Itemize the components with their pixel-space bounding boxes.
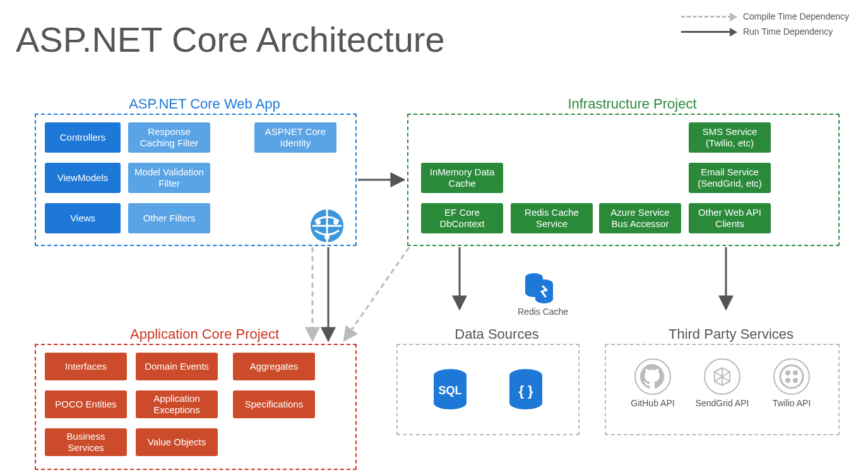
page-title: ASP.NET Core Architecture [16, 19, 445, 60]
redis-cache-label: Redis Cache [518, 307, 568, 317]
github-label: GitHub API [631, 398, 674, 408]
group-datasources-title: Data Sources [407, 326, 587, 343]
redis-cache-icon [524, 271, 554, 307]
box-azure-servicebus: Azure Service Bus Accessor [599, 203, 681, 233]
svg-point-22 [785, 370, 790, 375]
box-model-validation-filter: Model Validation Filter [128, 163, 210, 193]
svg-point-2 [333, 220, 338, 225]
box-poco-entities: POCO Entities [45, 390, 127, 418]
box-inmemory-cache: InMemory Data Cache [421, 163, 503, 193]
svg-text:SQL: SQL [439, 384, 462, 397]
box-other-webapi-clients: Other Web API Clients [689, 203, 771, 233]
thirdparty-twilio: Twilio API [760, 358, 823, 408]
box-sms-service: SMS Service (Twilio, etc) [689, 122, 771, 153]
legend-compile-label: Compile Time Dependency [743, 11, 849, 21]
box-other-filters: Other Filters [128, 203, 210, 233]
box-app-exceptions: Application Exceptions [136, 390, 218, 418]
twilio-icon [773, 358, 811, 396]
legend-compile-row: Compile Time Dependency [681, 11, 849, 21]
svg-point-21 [780, 365, 803, 388]
legend: Compile Time Dependency Run Time Depende… [681, 11, 849, 42]
svg-point-24 [785, 378, 790, 383]
svg-point-16 [509, 397, 542, 409]
box-domain-events: Domain Events [136, 353, 218, 380]
group-webapp-title: ASP.NET Core Web App [45, 96, 364, 112]
svg-point-23 [793, 370, 798, 375]
box-interfaces: Interfaces [45, 353, 127, 380]
compile-dependency-arrow-icon [681, 16, 732, 18]
group-webapp: ASP.NET Core Web App Controllers Respons… [35, 114, 357, 246]
box-aspnet-identity: ASPNET Core Identity [254, 122, 336, 153]
github-icon [634, 358, 672, 396]
webapp-globe-icon [309, 208, 345, 243]
box-business-services: Business Services [45, 428, 127, 456]
thirdparty-github: GitHub API [621, 358, 684, 408]
group-appcore-title: Application Core Project [45, 326, 364, 343]
box-aggregates: Aggregates [233, 353, 315, 380]
datasource-sql: SQL [419, 371, 482, 409]
thirdparty-sendgrid: SendGrid API [691, 358, 754, 408]
svg-text:{ }: { } [518, 383, 533, 399]
box-controllers: Controllers [45, 122, 121, 153]
svg-point-20 [774, 359, 809, 394]
group-infrastructure-title: Infrastructure Project [417, 96, 847, 112]
box-ef-dbcontext: EF Core DbContext [421, 203, 503, 233]
group-infrastructure: Infrastructure Project SMS Service (Twil… [407, 114, 840, 246]
group-thirdparty: Third Party Services GitHub API SendGrid… [605, 344, 840, 435]
svg-point-3 [324, 235, 330, 240]
box-redis-cache-service: Redis Cache Service [511, 203, 593, 233]
sendgrid-icon [703, 358, 741, 396]
svg-point-25 [793, 378, 798, 383]
sql-database-icon: SQL [431, 371, 469, 409]
json-database-icon: { } [507, 371, 545, 409]
svg-point-1 [316, 220, 321, 225]
group-appcore: Application Core Project Interfaces Doma… [35, 344, 357, 470]
legend-runtime-label: Run Time Dependency [743, 26, 833, 37]
box-viewmodels: ViewModels [45, 163, 121, 193]
runtime-dependency-arrow-icon [681, 31, 732, 33]
datasource-json: { } [494, 371, 557, 409]
sendgrid-label: SendGrid API [696, 398, 749, 408]
twilio-label: Twilio API [773, 398, 811, 408]
box-specifications: Specifications [233, 390, 315, 418]
box-response-caching-filter: Response Caching Filter [128, 122, 210, 153]
group-datasources: Data Sources SQL { } [396, 344, 580, 435]
box-views: Views [45, 203, 121, 233]
legend-runtime-row: Run Time Dependency [681, 26, 849, 37]
box-value-objects: Value Objects [136, 428, 218, 456]
group-thirdparty-title: Third Party Services [615, 326, 847, 343]
svg-point-12 [434, 397, 467, 409]
box-email-service: Email Service (SendGrid, etc) [689, 163, 771, 193]
